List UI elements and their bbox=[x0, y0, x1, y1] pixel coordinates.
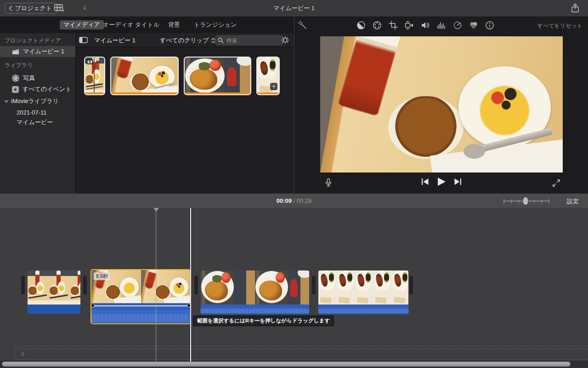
chevron-down-icon[interactable] bbox=[4, 100, 9, 103]
sidebar-item-label: すべてのイベント bbox=[23, 85, 71, 93]
sidebar-item-my-movie[interactable]: マイムービー 1 bbox=[0, 46, 75, 57]
timeline[interactable]: 8.5秒 bbox=[0, 208, 588, 368]
sidebar-item-event-date[interactable]: 2021-07-11 bbox=[0, 107, 75, 118]
clip-filmstrip bbox=[28, 270, 80, 305]
timeline-settings-button[interactable]: 設定 bbox=[567, 197, 579, 206]
color-balance-icon[interactable] bbox=[356, 21, 366, 30]
music-note-icon: ♫ bbox=[20, 350, 25, 357]
project-media-header: プロジェクトメディア bbox=[5, 37, 61, 45]
clip-audio-strip[interactable] bbox=[91, 303, 190, 323]
timeline-scrollbar[interactable] bbox=[2, 362, 571, 367]
skip-forward-icon[interactable] bbox=[454, 178, 462, 185]
sidebar-item-label: 2021-07-11 bbox=[17, 109, 47, 116]
used-clip-indicator bbox=[85, 92, 104, 94]
tab-titles[interactable]: タイトル bbox=[131, 20, 163, 29]
libraries-sidebar: プロジェクトメディア マイムービー 1 ライブラリ bbox=[0, 33, 76, 193]
clip-audio-strip[interactable] bbox=[201, 305, 309, 314]
tab-my-media[interactable]: マイメディア bbox=[60, 20, 104, 29]
gear-icon[interactable] bbox=[281, 36, 289, 44]
media-tab-bar: マイメディア オーディオ タイトル 背景 トランジション bbox=[0, 17, 294, 33]
sidebar-item-label: マイムービー bbox=[17, 118, 53, 126]
sidebar-item-photos[interactable]: 写真 bbox=[0, 73, 75, 84]
timeline-clip-4[interactable] bbox=[318, 270, 408, 314]
total-time: 00:28 bbox=[297, 197, 312, 204]
used-clip-indicator bbox=[257, 92, 279, 94]
background-music-well[interactable]: ♫ bbox=[15, 346, 588, 360]
timeline-clip-1[interactable] bbox=[28, 270, 80, 314]
fullscreen-icon[interactable] bbox=[552, 179, 560, 187]
voiceover-mic-icon[interactable] bbox=[324, 178, 333, 187]
time-separator: / bbox=[294, 197, 295, 204]
timeline-header: 00:09 / 00:28 設定 bbox=[0, 193, 588, 209]
clip-edge-handle[interactable] bbox=[194, 276, 198, 294]
timeline-zoom-slider[interactable] bbox=[503, 198, 549, 204]
volume-line[interactable] bbox=[91, 305, 190, 306]
used-clip-indicator bbox=[111, 92, 178, 94]
search-input[interactable] bbox=[226, 37, 273, 44]
speed-icon[interactable] bbox=[453, 21, 462, 30]
browser-title: マイムービー 1 bbox=[94, 36, 136, 45]
library-header: ライブラリ bbox=[5, 62, 33, 69]
browser-clip-2[interactable] bbox=[110, 57, 179, 95]
clip-duration-badge: 8.5秒 bbox=[94, 272, 110, 280]
skimmer-line[interactable] bbox=[156, 208, 156, 362]
magic-wand-icon[interactable] bbox=[298, 21, 307, 30]
search-icon bbox=[218, 37, 224, 43]
tab-backgrounds[interactable]: 背景 bbox=[164, 20, 184, 29]
add-to-timeline-icon[interactable]: + bbox=[270, 83, 277, 90]
noise-reduction-icon[interactable] bbox=[437, 21, 446, 29]
clip-edge-handle[interactable] bbox=[409, 276, 413, 294]
sidebar-item-all-events[interactable]: ★ すべてのイベント bbox=[0, 84, 75, 95]
play-icon[interactable] bbox=[436, 177, 447, 186]
clip-edge-handle[interactable] bbox=[312, 276, 316, 294]
sidebar-toggle-icon[interactable] bbox=[79, 37, 88, 43]
filters-icon[interactable] bbox=[469, 21, 478, 30]
clip-thumbnail-photo bbox=[185, 58, 250, 94]
photos-flower-icon bbox=[12, 75, 19, 82]
sidebar-item-label: 写真 bbox=[23, 74, 35, 82]
clip-edge-handle[interactable] bbox=[83, 276, 87, 294]
timeline-clip-2-selected[interactable]: 8.5秒 bbox=[90, 269, 191, 324]
clip-filter-label: すべてのクリップ bbox=[160, 36, 209, 45]
skimmer-triangle bbox=[153, 208, 159, 212]
clip-filmstrip bbox=[201, 270, 309, 305]
browser-clip-3[interactable] bbox=[184, 57, 251, 95]
search-field[interactable] bbox=[215, 35, 283, 45]
volume-knob-left[interactable] bbox=[91, 304, 95, 307]
reset-all-button[interactable]: すべてをリセット bbox=[537, 22, 582, 30]
sidebar-item-imovie-library[interactable]: iMovieライブラリ bbox=[0, 96, 75, 107]
crop-icon[interactable] bbox=[389, 21, 398, 30]
clip-filter-dropdown[interactable]: すべてのクリップ bbox=[160, 36, 215, 45]
top-bar: プロジェクト ♪ ↓ マイムービー 1 bbox=[0, 0, 588, 17]
timeline-clip-3[interactable] bbox=[201, 270, 309, 314]
browser-clip-1[interactable] bbox=[84, 57, 105, 95]
imovie-window: プロジェクト ♪ ↓ マイムービー 1 マイメディア オーディオ タイトル 背景 bbox=[0, 0, 588, 368]
clip-audio-strip[interactable] bbox=[318, 305, 408, 314]
viewer-preview-image bbox=[320, 36, 563, 172]
clip-thumbnail-photo bbox=[111, 58, 178, 94]
stabilization-camera-icon[interactable] bbox=[405, 21, 414, 30]
window-title: マイムービー 1 bbox=[0, 4, 588, 12]
clapperboard-icon bbox=[12, 48, 19, 55]
adjust-toolbar bbox=[356, 21, 494, 30]
zoom-slider-thumb[interactable] bbox=[523, 197, 528, 205]
media-browser: + bbox=[76, 47, 294, 193]
share-icon[interactable] bbox=[571, 3, 580, 13]
skip-back-icon[interactable] bbox=[421, 178, 429, 185]
range-select-tooltip: 範囲を選択するにはRキーを押しながらドラッグします bbox=[193, 316, 334, 326]
playhead-line[interactable] bbox=[190, 208, 191, 362]
time-display: 00:09 / 00:28 bbox=[0, 197, 588, 204]
browser-skimmer bbox=[94, 58, 95, 94]
color-correction-icon[interactable] bbox=[373, 21, 382, 30]
info-icon[interactable] bbox=[485, 21, 494, 30]
browser-header: マイムービー 1 すべてのクリップ bbox=[76, 33, 294, 47]
clip-audio-strip[interactable] bbox=[28, 305, 80, 314]
camera-badge-icon bbox=[86, 59, 93, 64]
clip-edge-handle[interactable] bbox=[21, 276, 25, 294]
sidebar-item-my-movie-event[interactable]: マイムービー bbox=[0, 117, 75, 128]
tab-transitions[interactable]: トランジション bbox=[190, 20, 240, 29]
browser-clip-4[interactable]: + bbox=[256, 57, 280, 95]
volume-icon[interactable] bbox=[421, 21, 430, 30]
sidebar-item-label: iMovieライブラリ bbox=[11, 97, 59, 105]
current-time: 00:09 bbox=[277, 197, 292, 204]
